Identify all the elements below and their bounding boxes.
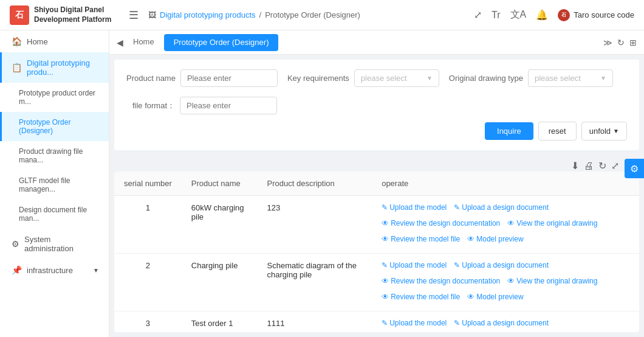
translate-icon[interactable]: 文A [510,9,527,21]
sidebar-item-proto-order-designer[interactable]: Prototype Order (Designer) [0,112,109,141]
fullscreen-icon[interactable]: ⤢ [474,9,482,21]
bell-icon[interactable]: 🔔 [536,9,548,21]
gltf-model-label: GLTF model file managen... [19,176,99,193]
tab-home[interactable]: Home [123,30,164,54]
operate-link[interactable]: 👁Model preview [467,235,523,243]
sidebar-item-proto-order[interactable]: Prototype product order m... [0,83,109,112]
infrastructure-icon: 📌 [12,265,22,275]
operate-link[interactable]: ✎Upload the model [382,261,447,269]
expand-icon[interactable]: ⤢ [611,160,619,172]
unfold-chevron-icon: ▼ [613,128,619,134]
filter-product-name: Product name [126,69,278,87]
filter-file-format: file format： [126,97,277,114]
drawing-type-select-value: please select [535,74,581,83]
operate-link[interactable]: ✎Upload the model [382,203,447,212]
cell-operate: ✎Upload the model✎Upload a design docume… [372,254,639,311]
operate-link[interactable]: ✎Upload the model [382,319,447,327]
col-product-name: Product name [182,172,258,196]
refresh-icon[interactable]: ↻ [598,160,606,172]
breadcrumb-icon: 🖼 [148,10,156,19]
settings-float-button[interactable]: ⚙ [625,159,644,178]
cell-product-name: Charging pile [182,254,258,311]
inquire-button[interactable]: Inquire [485,122,533,140]
tab-grid-icon[interactable]: ⊞ [629,38,637,47]
tab-more-icon[interactable]: ≫ [603,38,612,47]
tab-bar: ◀ Home Prototype Order (Designer) ≫ ↻ ⊞ [109,30,644,55]
operate-link[interactable]: ✎Upload a design document [454,319,549,327]
settings-gear-icon: ⚙ [630,163,639,175]
home-icon: 🏠 [12,36,22,46]
top-header: 石 Shiyou Digital Panel Development Platf… [0,0,644,30]
operate-link[interactable]: 👁Review the design documentation [382,219,500,228]
cell-description: 1111 [258,311,372,333]
reset-button[interactable]: reset [538,122,577,141]
operate-link[interactable]: 👁Review the design documentation [382,277,500,285]
drawing-type-label: Original drawing type [449,74,523,83]
sidebar-item-drawing-file[interactable]: Product drawing file mana... [0,141,109,170]
sidebar-item-digital-proto[interactable]: 📋 Digital prototyping produ... [0,52,109,83]
proto-order-designer-label: Prototype Order (Designer) [19,118,99,135]
cell-product-name: Test order 1 [182,311,258,333]
data-table: serial number Product name Product descr… [114,172,639,332]
system-admin-icon: ⚙ [12,239,19,249]
sidebar-item-digital-proto-label: Digital prototyping produ... [27,58,99,77]
sidebar-item-design-doc[interactable]: Design document file man... [0,200,109,229]
drawing-type-chevron-icon: ▼ [600,75,606,82]
print-icon[interactable]: 🖨 [584,161,594,172]
operate-link[interactable]: 👁View the original drawing [507,277,597,285]
operate-link[interactable]: 👁Review the model file [382,235,460,243]
sidebar-item-infrastructure[interactable]: 📌 infrastructure ▼ [0,259,109,281]
key-req-chevron-icon: ▼ [426,75,433,82]
breadcrumb-separator: / [259,10,262,19]
operate-link[interactable]: ✎Upload a design document [454,203,549,212]
logo-text: Shiyou Digital Panel Development Platfor… [34,5,111,24]
filter-row: Product name Key requirements please sel… [126,69,627,114]
cell-operate: ✎Upload the model✎Upload a design docume… [372,196,639,254]
tab-collapse-icon[interactable]: ◀ [117,38,123,47]
tab-refresh-icon[interactable]: ↻ [617,38,625,47]
taro-logo: 石 [558,9,570,21]
unfold-label: unfold [589,127,611,136]
col-operate: operate [372,172,639,196]
content-area: ◀ Home Prototype Order (Designer) ≫ ↻ ⊞ … [109,30,644,337]
proto-order-label: Prototype product order m... [19,89,99,106]
col-description: Product description [258,172,372,196]
product-name-label: Product name [126,74,176,83]
key-req-label: Key requirements [287,74,349,83]
infrastructure-label: infrastructure [27,266,73,275]
hamburger-button[interactable]: ☰ [126,6,141,24]
operate-link[interactable]: 👁Model preview [467,293,523,301]
filter-key-req: Key requirements please select ▼ [287,69,439,87]
logo-area: 石 Shiyou Digital Panel Development Platf… [10,5,119,25]
key-req-select[interactable]: please select ▼ [354,69,439,87]
drawing-type-select[interactable]: please select ▼ [528,69,613,87]
unfold-button[interactable]: unfold ▼ [581,122,627,141]
font-icon[interactable]: Tr [492,10,501,21]
sidebar-item-home[interactable]: 🏠 Home [0,30,109,52]
tab-right-actions: ≫ ↻ ⊞ [603,38,637,47]
breadcrumb-parent[interactable]: Digital prototyping products [160,10,256,19]
sidebar-item-gltf-model[interactable]: GLTF model file managen... [0,170,109,200]
cell-description: Schematic diagram of the charging pile [258,254,372,311]
cell-serial: 2 [114,254,182,311]
filter-drawing-type: Original drawing type please select ▼ [449,69,613,87]
logo-icon: 石 [10,5,29,25]
operate-link[interactable]: 👁View the original drawing [507,219,597,228]
sidebar-item-home-label: Home [27,37,48,46]
digital-proto-icon: 📋 [12,63,22,72]
table-row: 160kW charging pile123✎Upload the model✎… [114,196,639,254]
operate-link[interactable]: 👁Review the model file [382,293,460,301]
taro-source[interactable]: 石 Taro source code [558,9,634,21]
sidebar-item-system-admin[interactable]: ⚙ System administration [0,229,109,259]
cell-serial: 1 [114,196,182,254]
system-admin-label: System administration [24,235,99,253]
tab-active[interactable]: Prototype Order (Designer) [164,34,279,51]
filter-section: Product name Key requirements please sel… [114,60,639,150]
cell-serial: 3 [114,311,182,333]
file-format-input[interactable] [180,97,277,114]
product-name-input[interactable] [180,69,278,87]
download-icon[interactable]: ⬇ [571,160,579,172]
operate-link[interactable]: ✎Upload a design document [454,261,549,269]
sidebar: 🏠 Home 📋 Digital prototyping produ... Pr… [0,30,109,337]
main-layout: 🏠 Home 📋 Digital prototyping produ... Pr… [0,30,644,337]
